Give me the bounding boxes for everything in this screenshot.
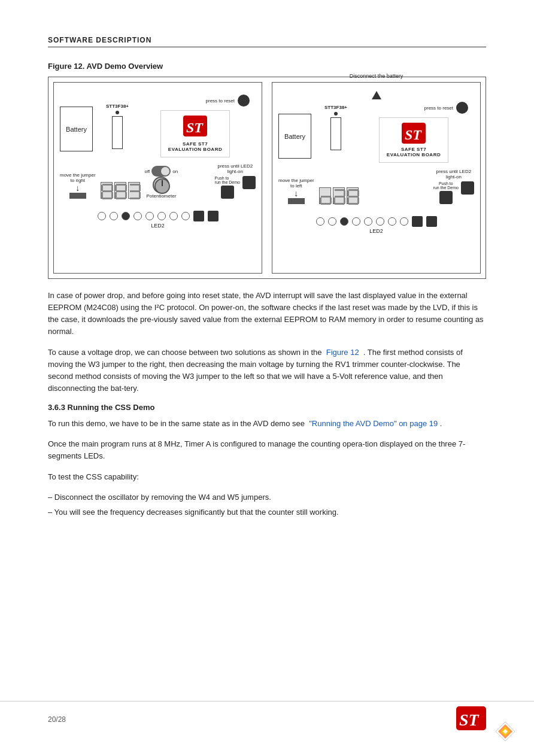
right-led2-label: LED2 [369,228,383,234]
left-push-button-2[interactable] [242,176,256,189]
right-push-button-2[interactable] [461,181,474,195]
svg-rect-20 [130,198,139,199]
right-seg-d3 [347,187,359,204]
section-heading-css: 3.6.3 Running the CSS Demo [48,403,486,412]
right-eval-board: EVALUATION BOARD [387,152,441,157]
left-potentio[interactable] [153,177,169,193]
left-press-reset: press to reset [206,98,235,104]
svg-rect-19 [139,192,141,198]
svg-rect-8 [102,198,112,199]
svg-rect-17 [139,185,141,191]
led6 [157,212,166,220]
svg-rect-3 [101,185,103,191]
svg-rect-28 [321,203,330,205]
figure-box: Battery STT3F38+ [48,77,486,279]
right-led-row [316,216,437,227]
right-led6 [376,217,384,226]
right-panel-content: Battery STT3F38+ press to rese [278,91,474,259]
svg-rect-11 [125,185,127,191]
left-potentio-label: Potentiometer [147,193,177,199]
svg-rect-40 [357,198,359,204]
left-push-button-1[interactable] [221,186,234,199]
body-para2: To cause a voltage drop, we can choose b… [48,347,486,395]
right-led3 [340,217,348,226]
corner-logo [494,721,516,744]
right-led7 [388,217,396,226]
bullet1: – Disconnect the oscillator by removing … [48,491,486,503]
svg-rect-27 [330,198,332,204]
figure-caption: Figure 12. AVD Demo Overview [48,62,486,71]
left-toggle[interactable] [151,166,171,177]
led7 [169,212,178,220]
right-safe-st7: SAFE ST7 [401,147,426,152]
left-led2-label: LED2 [151,223,165,229]
svg-rect-12 [116,190,126,192]
svg-rect-31 [335,196,344,198]
right-press-reset: press to reset [424,105,453,111]
svg-rect-5 [102,190,112,192]
svg-rect-18 [130,190,139,192]
figure12-link[interactable]: Figure 12 [326,348,359,357]
right-conn-dot [334,112,338,116]
svg-rect-29 [335,189,344,191]
svg-text:ST: ST [405,127,422,142]
body-para3-after: . [440,419,442,428]
right-jumper-box [330,117,341,150]
left-jumper-box [112,116,123,149]
left-eval-board: EVALUATION BOARD [168,147,222,152]
page-content: SOFTWARE DESCRIPTION Figure 12. AVD Demo… [0,0,534,558]
right-led8 [400,217,408,226]
bullet2: – You will see the frequency decreases s… [48,506,486,518]
right-battery-label: Battery [284,133,305,140]
left-conn-dot [116,111,119,114]
led8 [181,212,190,220]
right-battery-box: Battery [278,114,311,159]
left-stt-label: STT3F38+ [106,104,129,109]
right-led5 [364,217,372,226]
body-para5: To test the CSS capability: [48,471,486,483]
svg-rect-35 [348,189,358,191]
svg-rect-13 [115,192,117,198]
svg-text:ST: ST [459,711,480,729]
svg-rect-25 [321,196,330,198]
right-led4 [352,217,360,226]
right-led2 [328,217,336,226]
right-push-button-1[interactable] [439,191,453,204]
right-demo-panel: Disconnect the battery Battery [272,82,481,274]
left-off-label: off [145,169,150,174]
right-reset-button[interactable] [456,102,468,114]
seg-d2 [114,182,126,199]
right-seg-d2 [333,187,345,204]
left-demo-panel: Battery STT3F38+ [53,82,262,274]
avd-demo-link[interactable]: "Running the AVD Demo" on page 19 [309,419,438,428]
led4 [134,212,142,220]
led5 [145,212,154,220]
left-segment-display [101,182,140,199]
svg-text:ST: ST [186,120,204,135]
footer: 20/28 ST [0,701,534,732]
svg-rect-34 [335,203,344,205]
svg-rect-15 [116,198,126,199]
svg-rect-4 [111,185,113,191]
footer-page: 20/28 [48,715,66,724]
led2 [110,212,118,220]
led1 [98,212,106,220]
right-led-push2[interactable] [426,216,437,227]
left-jumper-label: move the jumperto right [60,172,96,183]
svg-rect-33 [344,198,345,204]
left-battery-box: Battery [60,107,93,151]
left-led-push1[interactable] [193,211,204,221]
right-led1 [316,217,324,226]
body-para2-before: To cause a voltage drop, we can choose b… [48,348,321,357]
left-push-label: Push torun the Demo [215,176,240,184]
svg-rect-38 [348,196,358,198]
left-battery-label: Battery [66,126,87,133]
left-reset-button[interactable] [238,95,250,107]
section-title: SOFTWARE DESCRIPTION [48,36,486,47]
body-para1: In case of power drop, and before going … [48,290,486,338]
left-on-label: on [172,169,178,174]
left-led-push2[interactable] [208,211,219,221]
right-jumper-indicator [288,198,305,204]
right-led-push1[interactable] [412,216,423,227]
left-panel-content: Battery STT3F38+ [60,89,256,256]
